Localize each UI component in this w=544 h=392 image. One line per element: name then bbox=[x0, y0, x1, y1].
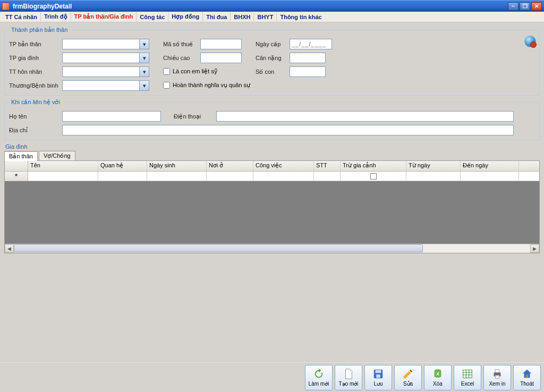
input-masothue[interactable] bbox=[200, 39, 242, 49]
cell-ngaysinh[interactable] bbox=[147, 172, 207, 181]
col-ngaysinh[interactable]: Ngày sinh bbox=[147, 161, 207, 171]
combo-tp-giadinh[interactable]: ▾ bbox=[62, 53, 149, 63]
svg-rect-8 bbox=[495, 376, 499, 379]
menu-thong-tin-khac[interactable]: Thông tin khác bbox=[277, 13, 325, 21]
cell-congviec[interactable] bbox=[253, 172, 314, 181]
scroll-left-icon[interactable]: ◄ bbox=[5, 244, 14, 253]
col-tungay[interactable]: Từ ngày bbox=[406, 161, 461, 171]
combo-tthonnhan[interactable]: ▾ bbox=[62, 66, 149, 77]
col-quanhe[interactable]: Quan hệ bbox=[98, 161, 147, 171]
menu-trinh-do[interactable]: Trình độ bbox=[41, 12, 71, 21]
chevron-down-icon[interactable]: ▾ bbox=[139, 39, 149, 49]
printer-icon bbox=[491, 368, 503, 380]
label-dienthoai: Điện thoại bbox=[174, 113, 216, 120]
bottom-toolbar: Làm mới Tạo mới Lưu Sửa X Xóa Excel Xem … bbox=[0, 362, 544, 392]
input-socon[interactable] bbox=[290, 66, 326, 77]
svg-rect-2 bbox=[376, 374, 380, 378]
print-preview-button[interactable]: Xem in bbox=[483, 365, 511, 390]
close-button[interactable]: ✕ bbox=[531, 2, 542, 11]
menu-bhyt[interactable]: BHYT bbox=[254, 13, 277, 21]
cell-denngay[interactable] bbox=[461, 172, 519, 181]
home-icon bbox=[521, 368, 533, 380]
label-masothue: Mã số thuế bbox=[163, 41, 193, 48]
col-trugiacanh[interactable]: Trừ gia cảnh bbox=[341, 161, 406, 171]
label-tp-giadinh: TP gia đình bbox=[9, 55, 39, 61]
window-title: frmBiographyDetail bbox=[13, 3, 72, 10]
delete-icon: X bbox=[432, 368, 444, 380]
grid-body[interactable]: * bbox=[5, 172, 539, 244]
tab-vochong[interactable]: Vợ/Chồng bbox=[39, 151, 75, 160]
save-icon bbox=[372, 368, 384, 380]
cell-quanhe[interactable] bbox=[98, 172, 147, 181]
menubar: TT Cá nhân Trình độ TP bản thân/Gia đình… bbox=[0, 12, 544, 22]
group-lienhe-legend: Khi cần liên hệ với bbox=[9, 99, 62, 106]
menu-hop-dong[interactable]: Hợp đồng bbox=[168, 12, 203, 21]
refresh-button[interactable]: Làm mới bbox=[305, 365, 333, 390]
cell-trugiacanh[interactable] bbox=[341, 172, 406, 181]
label-giadinh: Gia đình bbox=[5, 143, 540, 150]
menu-cong-tac[interactable]: Công tác bbox=[137, 13, 168, 21]
tab-banthan[interactable]: Bản thân bbox=[4, 151, 38, 161]
cell-noio[interactable] bbox=[207, 172, 253, 181]
input-cannang[interactable] bbox=[290, 53, 326, 63]
maximize-button[interactable]: ❐ bbox=[520, 2, 530, 11]
chevron-down-icon[interactable]: ▾ bbox=[139, 53, 149, 63]
scroll-thumb[interactable] bbox=[14, 244, 423, 252]
menu-bhxh[interactable]: BHXH bbox=[231, 13, 254, 21]
menu-thi-dua[interactable]: Thi đua bbox=[203, 13, 231, 21]
group-thanhphan: Thành phần bản thân TP bản thân ▾ Mã số … bbox=[4, 27, 540, 96]
new-button[interactable]: Tạo mới bbox=[335, 365, 362, 390]
newrow-marker: * bbox=[5, 172, 28, 181]
h-scrollbar[interactable]: ◄ ► bbox=[5, 244, 539, 253]
cell-ten[interactable] bbox=[28, 172, 98, 181]
edit-button[interactable]: Sửa bbox=[394, 365, 422, 390]
col-congviec[interactable]: Công việc bbox=[253, 161, 314, 171]
minimize-button[interactable]: – bbox=[508, 2, 518, 11]
input-hoten[interactable] bbox=[62, 111, 161, 122]
globe-icon[interactable] bbox=[524, 36, 536, 47]
label-hoten: Họ tên bbox=[9, 113, 62, 120]
grid-new-row[interactable]: * bbox=[5, 172, 539, 181]
input-ngaycap[interactable] bbox=[290, 39, 332, 49]
col-denngay[interactable]: Đến ngày bbox=[461, 161, 519, 171]
chevron-down-icon[interactable]: ▾ bbox=[139, 67, 149, 76]
input-diachi[interactable] bbox=[62, 125, 514, 135]
svg-rect-1 bbox=[376, 370, 381, 373]
save-button[interactable]: Lưu bbox=[364, 365, 392, 390]
combo-tp-banthan[interactable]: ▾ bbox=[62, 39, 149, 49]
label-diachi: Địa chỉ bbox=[9, 127, 62, 134]
app-icon bbox=[2, 3, 10, 10]
svg-rect-9 bbox=[526, 375, 528, 378]
datagrid[interactable]: Tên Quan hệ Ngày sinh Nơi ở Công việc ST… bbox=[4, 160, 540, 253]
col-ten[interactable]: Tên bbox=[28, 161, 98, 171]
combo-thuongbb[interactable]: ▾ bbox=[62, 80, 149, 91]
cell-stt[interactable] bbox=[314, 172, 341, 181]
refresh-icon bbox=[313, 368, 325, 380]
scroll-track[interactable] bbox=[14, 244, 530, 253]
checkbox-icon[interactable] bbox=[370, 173, 377, 180]
col-noio[interactable]: Nơi ở bbox=[207, 161, 253, 171]
chevron-down-icon[interactable]: ▾ bbox=[139, 81, 149, 90]
input-dienthoai[interactable] bbox=[216, 111, 514, 122]
label-thuongbb: Thương/Bệnh binh bbox=[9, 82, 58, 89]
cell-tungay[interactable] bbox=[406, 172, 461, 181]
tabs-strip: Bản thân Vợ/Chồng bbox=[4, 150, 540, 160]
group-thanhphan-legend: Thành phần bản thân bbox=[9, 27, 70, 33]
excel-button[interactable]: Excel bbox=[454, 365, 481, 390]
svg-text:X: X bbox=[436, 371, 440, 377]
menu-tt-ca-nhan[interactable]: TT Cá nhân bbox=[2, 13, 41, 21]
delete-button[interactable]: X Xóa bbox=[424, 365, 452, 390]
menu-tp-banthan[interactable]: TP bản thân/Gia đình bbox=[71, 12, 137, 21]
checkbox-hoanthanh-nvqs[interactable]: Hoàn thành nghĩa vụ quân sự bbox=[163, 82, 250, 89]
col-stt[interactable]: STT bbox=[314, 161, 341, 171]
scroll-right-icon[interactable]: ► bbox=[530, 244, 539, 253]
svg-rect-5 bbox=[463, 370, 472, 378]
checkbox-laconem[interactable]: Là con em liệt sỹ bbox=[163, 68, 218, 75]
input-chieucao[interactable] bbox=[200, 53, 242, 63]
titlebar: frmBiographyDetail – ❐ ✕ bbox=[0, 0, 544, 12]
label-tp-banthan: TP bản thân bbox=[9, 41, 41, 48]
label-cannang: Cân nặng bbox=[256, 55, 282, 62]
exit-button[interactable]: Thoát bbox=[513, 365, 541, 390]
new-file-icon bbox=[343, 368, 354, 380]
edit-icon bbox=[402, 368, 414, 380]
